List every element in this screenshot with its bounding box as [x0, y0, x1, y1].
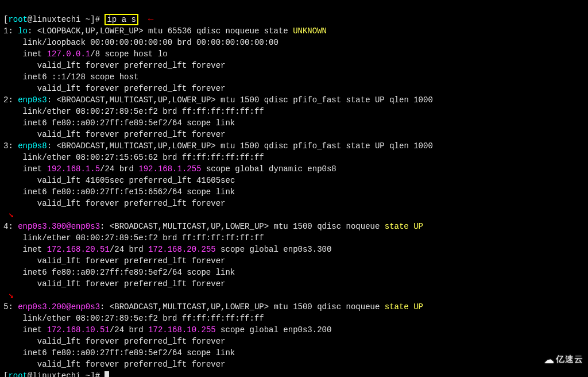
ip-addr: 127.0.0.1	[47, 49, 91, 59]
state-unknown: UNKNOWN	[293, 26, 327, 36]
link-line: link/loopback 00:00:00:00:00:00 brd 00:0…	[23, 38, 278, 47]
iface-vlan300-header: 4: enp0s3.300@enp0s3: <BROADCAST,MULTICA…	[3, 222, 423, 231]
iface-vlan200-header: 5: enp0s3.200@enp0s3: <BROADCAST,MULTICA…	[3, 302, 423, 311]
terminal-output[interactable]: [root@linuxtechi ~]# ip a s ← 1: lo: <LO…	[3, 2, 585, 377]
state-up: state UP	[385, 302, 423, 311]
link-line: link/ether 08:00:27:89:5e:f2 brd ff:ff:f…	[23, 314, 264, 323]
command-highlight: ip a s	[105, 14, 138, 25]
link-line: link/ether 08:00:27:89:5e:f2 brd ff:ff:f…	[23, 107, 264, 116]
arrow-icon: ←	[148, 14, 154, 25]
ip-addr: 172.168.20.51	[47, 245, 110, 254]
broadcast-addr: 192.168.1.255	[138, 164, 201, 174]
broadcast-addr: 172.168.10.255	[148, 325, 216, 334]
link-line: link/ether 08:00:27:15:65:62 brd ff:ff:f…	[23, 153, 264, 162]
iface-name: enp0s3.200@enp0s3	[18, 302, 100, 311]
cloud-icon: ☁	[544, 354, 555, 366]
iface-lo-header: 1: lo: <LOOPBACK,UP,LOWER_UP> mtu 65536 …	[3, 26, 327, 36]
iface-name: enp0s8	[18, 141, 47, 151]
prompt-user: root	[8, 15, 28, 24]
broadcast-addr: 172.168.20.255	[148, 245, 216, 254]
iface-name: lo	[18, 26, 28, 36]
iface-enp0s8-header: 3: enp0s8: <BROADCAST,MULTICAST,UP,LOWER…	[3, 141, 433, 151]
ip-addr: 192.168.1.5	[47, 164, 100, 174]
link-line: link/ether 08:00:27:89:5e:f2 brd ff:ff:f…	[23, 233, 264, 243]
prompt-host: linuxtechi	[32, 15, 80, 24]
prompt-line: [root@linuxtechi ~]# ip a s ←	[3, 15, 153, 24]
iface-name: enp0s3	[18, 95, 47, 105]
ip-addr: 172.168.10.51	[47, 325, 110, 334]
iface-enp0s3-header: 2: enp0s3: <BROADCAST,MULTICAST,UP,LOWER…	[3, 95, 433, 105]
prompt-line-2[interactable]: [root@linuxtechi ~]#	[3, 371, 109, 377]
watermark: ☁亿速云	[544, 353, 583, 366]
cursor	[105, 371, 109, 377]
arrow-icon: ↘	[8, 290, 14, 301]
state-up: state UP	[385, 222, 423, 231]
command-text: ip a s	[107, 15, 136, 24]
iface-name: enp0s3.300@enp0s3	[18, 222, 100, 231]
arrow-icon: ↘	[8, 210, 14, 220]
